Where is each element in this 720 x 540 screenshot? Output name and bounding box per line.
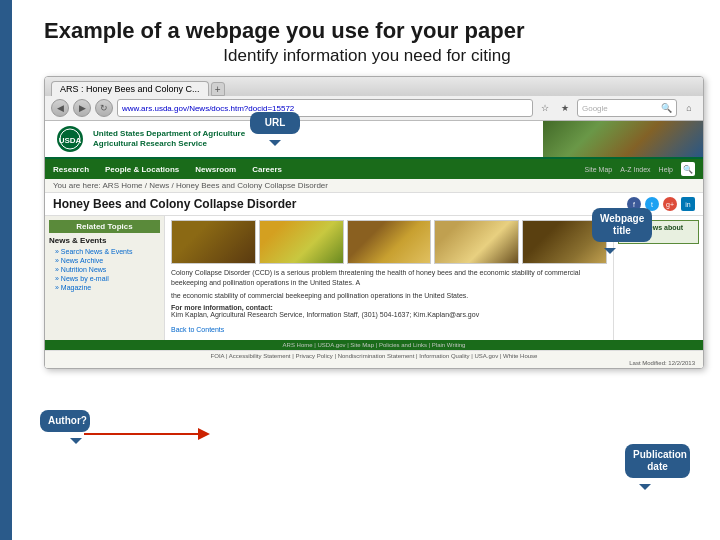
breadcrumb: You are here: ARS Home / News / Honey Be… — [45, 179, 703, 193]
green-nav-bar: Research People & Locations Newsroom Car… — [45, 159, 703, 179]
sidebar-item-2[interactable]: Nutrition News — [49, 265, 160, 274]
url-callout-label: URL — [265, 117, 286, 128]
breadcrumb-text: You are here: ARS Home / News / Honey Be… — [53, 181, 328, 190]
usda-header: USDA United States Department of Agricul… — [45, 121, 703, 159]
address-bar[interactable]: www.ars.usda.gov/News/docs.htm?docid=155… — [117, 99, 533, 117]
nav-help[interactable]: Help — [659, 166, 673, 173]
star-icon[interactable]: ☆ — [537, 100, 553, 116]
sidebar-item-4[interactable]: Magazine — [49, 283, 160, 292]
bookmark-icon[interactable]: ★ — [557, 100, 573, 116]
browser-tabs: ARS : Honey Bees and Colony C... + — [51, 81, 697, 96]
author-callout: Author? — [40, 410, 90, 432]
nav-careers[interactable]: Careers — [252, 165, 282, 174]
refresh-button[interactable]: ↻ — [95, 99, 113, 117]
linkedin-icon[interactable]: in — [681, 197, 695, 211]
main-content: Colony Collapse Disorder (CCD) is a seri… — [165, 216, 613, 339]
author-label: Author? — [48, 415, 87, 426]
slide: Example of a webpage you use for your pa… — [0, 0, 720, 540]
main-title: Example of a webpage you use for your pa… — [44, 18, 690, 44]
sidebar-item-0[interactable]: Search News & Events — [49, 247, 160, 256]
search-bar[interactable]: Google 🔍 — [577, 99, 677, 117]
search-icon: 🔍 — [661, 103, 672, 113]
url-callout: URL — [250, 112, 300, 134]
contact-info: Kim Kaplan, Agricultural Research Servic… — [171, 311, 607, 318]
sidebar-item-3[interactable]: News by e-mail — [49, 274, 160, 283]
browser-tab-active[interactable]: ARS : Honey Bees and Colony C... — [51, 81, 209, 96]
search-button[interactable]: 🔍 — [681, 162, 695, 176]
usda-logo-svg: USDA — [53, 125, 87, 153]
nav-a-z-index[interactable]: A-Z Index — [620, 166, 650, 173]
nav-site-map[interactable]: Site Map — [585, 166, 613, 173]
webpage-title-callout: Webpagetitle — [592, 208, 652, 242]
sidebar: Related Topics News & Events Search News… — [45, 216, 165, 339]
contact-label: For more information, contact: — [171, 304, 607, 311]
back-button[interactable]: ◀ — [51, 99, 69, 117]
author-arrow-svg — [84, 424, 214, 444]
forward-button[interactable]: ▶ — [73, 99, 91, 117]
content-image-2 — [259, 220, 344, 264]
sidebar-item-1[interactable]: News Archive — [49, 256, 160, 265]
usda-service-name: Agricultural Research Service — [93, 139, 245, 149]
sidebar-section: News & Events — [49, 236, 160, 245]
browser-toolbar: ◀ ▶ ↻ www.ars.usda.gov/News/docs.htm?doc… — [45, 96, 703, 121]
nav-people-locations[interactable]: People & Locations — [105, 165, 179, 174]
nav-research[interactable]: Research — [53, 165, 89, 174]
publication-date-label: Publicationdate — [633, 449, 687, 472]
footer-links: ARS Home | USDA.gov | Site Map | Policie… — [53, 342, 695, 348]
page-footer: ARS Home | USDA.gov | Site Map | Policie… — [45, 340, 703, 350]
browser-chrome: ARS : Honey Bees and Colony C... + — [45, 77, 703, 96]
content-image-3 — [347, 220, 432, 264]
sub-title: Identify information you need for citing — [44, 46, 690, 66]
page-content: USDA United States Department of Agricul… — [45, 121, 703, 367]
left-accent-bar — [0, 0, 12, 540]
page-footer-bottom: FOIA | Accessibility Statement | Privacy… — [45, 350, 703, 368]
footer-bottom-text: FOIA | Accessibility Statement | Privacy… — [53, 353, 695, 359]
content-text-2: the economic stability of commercial bee… — [171, 291, 607, 301]
usda-dept-name: United States Department of Agriculture — [93, 129, 245, 139]
back-to-contents-link[interactable]: Back to Contents — [171, 326, 224, 333]
new-tab-button[interactable]: + — [211, 82, 225, 96]
page-title: Honey Bees and Colony Collapse Disorder — [53, 197, 627, 211]
svg-text:USDA: USDA — [59, 136, 82, 145]
usda-hero-image — [543, 121, 703, 157]
search-placeholder: Google — [582, 104, 608, 113]
sidebar-title: Related Topics — [49, 220, 160, 233]
google-plus-icon[interactable]: g+ — [663, 197, 677, 211]
content-images — [171, 220, 607, 264]
usda-logo-area: USDA United States Department of Agricul… — [53, 125, 245, 153]
publication-date-callout: Publicationdate — [625, 444, 690, 478]
usda-text-block: United States Department of Agriculture … — [93, 129, 245, 150]
last-modified: Last Modified: 12/2/2013 — [53, 360, 695, 366]
nav-newsroom[interactable]: Newsroom — [195, 165, 236, 174]
content-text: Colony Collapse Disorder (CCD) is a seri… — [171, 268, 607, 288]
content-image-1 — [171, 220, 256, 264]
home-icon[interactable]: ⌂ — [681, 100, 697, 116]
content-image-4 — [434, 220, 519, 264]
webpage-title-label: Webpagetitle — [600, 213, 644, 236]
